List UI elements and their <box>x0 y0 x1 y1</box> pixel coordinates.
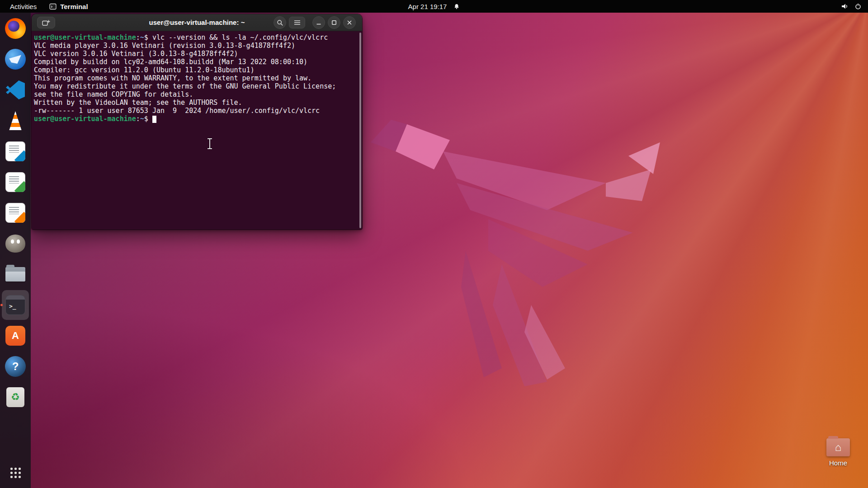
dock-item-trash[interactable]: ♻ <box>2 382 29 412</box>
dock-item-terminal[interactable]: >_ <box>2 290 29 320</box>
terminal-output-line: Compiler: gcc version 11.2.0 (Ubuntu 11.… <box>34 66 359 74</box>
top-bar-left: Activities Terminal <box>0 2 88 11</box>
top-bar: Activities Terminal Apr 21 19:17 <box>0 0 868 13</box>
activities-button[interactable]: Activities <box>7 2 39 11</box>
terminal-prompt-line: user@user-virtual-machine:~$ <box>34 115 359 123</box>
clock-label: Apr 21 19:17 <box>408 3 447 10</box>
terminal-titlebar[interactable]: user@user-virtual-machine: ~ <box>32 14 362 31</box>
ubuntu-software-icon: A <box>5 326 25 346</box>
help-icon: ? <box>5 356 26 377</box>
show-applications-icon <box>9 467 22 479</box>
prompt-cwd: ~ <box>140 115 144 123</box>
speaker-icon <box>841 3 849 10</box>
libreoffice-impress-icon <box>5 203 25 223</box>
search-button[interactable] <box>274 16 286 29</box>
dock-item-ubuntu-software[interactable]: A <box>2 321 29 351</box>
focused-app-menu[interactable]: Terminal <box>49 3 88 10</box>
prompt-user-host: user@user-virtual-machine <box>34 115 136 123</box>
desktop-icon-home[interactable]: ⌂ Home <box>821 438 855 467</box>
text-cursor-block <box>152 116 156 123</box>
bell-icon <box>453 3 460 10</box>
power-icon <box>854 3 862 10</box>
close-button[interactable] <box>343 16 356 29</box>
files-icon <box>5 267 25 282</box>
dock-item-libreoffice-calc[interactable] <box>2 167 29 197</box>
menu-button[interactable] <box>289 17 305 28</box>
dock: >_ A ? ♻ <box>0 13 31 488</box>
clock-menu-button[interactable]: Apr 21 19:17 <box>408 3 460 10</box>
prompt-user-host: user@user-virtual-machine <box>34 33 136 42</box>
focused-app-name: Terminal <box>60 3 88 10</box>
terminal-output-line: This program comes with NO WARRANTY, to … <box>34 74 359 82</box>
prompt-symbol: $ <box>144 33 148 42</box>
thunderbird-icon <box>5 49 26 70</box>
minimize-button[interactable] <box>312 16 325 29</box>
gimp-icon <box>5 235 25 253</box>
dock-item-vlc[interactable] <box>2 106 29 136</box>
maximize-icon <box>331 20 337 25</box>
typed-command: vlc --version && ls -la ~/.config/vlc/vl… <box>148 33 328 42</box>
vlc-icon <box>6 111 24 130</box>
dock-item-files[interactable] <box>2 259 29 289</box>
minimize-icon <box>316 20 321 25</box>
prompt-cwd: ~ <box>140 33 144 42</box>
dock-item-help[interactable]: ? <box>2 352 29 381</box>
home-icon-label: Home <box>821 459 855 467</box>
terminal-output-line: -rw------- 1 user user 87653 Jan 9 2024 … <box>34 107 359 115</box>
terminal-window: user@user-virtual-machine: ~ user@user-v… <box>32 14 362 230</box>
firefox-icon <box>5 18 26 39</box>
wallpaper-jellyfish <box>353 115 678 404</box>
search-icon <box>277 19 283 26</box>
new-tab-button[interactable] <box>37 17 55 28</box>
terminal-output-line: Compiled by buildd on lcy02-amd64-108.bu… <box>34 58 359 66</box>
terminal-output-line: VLC media player 3.0.16 Vetinari (revisi… <box>34 42 359 50</box>
terminal-app-icon <box>49 3 57 10</box>
show-applications-button[interactable] <box>0 462 31 483</box>
dock-item-firefox[interactable] <box>2 14 29 43</box>
dock-item-thunderbird[interactable] <box>2 44 29 74</box>
dock-item-libreoffice-impress[interactable] <box>2 198 29 228</box>
prompt-symbol: $ <box>144 115 148 123</box>
libreoffice-calc-icon <box>5 172 25 192</box>
prompt-separator: : <box>136 33 140 42</box>
maximize-button[interactable] <box>328 16 340 29</box>
libreoffice-writer-icon <box>5 141 25 161</box>
terminal-window-title: user@user-virtual-machine: ~ <box>149 19 245 26</box>
terminal-prompt-glyph: >_ <box>9 303 16 310</box>
vscode-icon <box>6 80 25 99</box>
terminal-body[interactable]: user@user-virtual-machine:~$vlc --versio… <box>32 31 362 230</box>
terminal-output-line: Written by the VideoLAN team; see the AU… <box>34 99 359 107</box>
dock-item-vscode[interactable] <box>2 75 29 105</box>
house-icon: ⌂ <box>826 438 850 456</box>
dock-item-libreoffice-writer[interactable] <box>2 136 29 166</box>
terminal-output-line: You may redistribute it under the terms … <box>34 82 359 90</box>
close-icon <box>347 20 352 25</box>
terminal-scrollbar[interactable] <box>359 33 361 228</box>
terminal-command-line: user@user-virtual-machine:~$vlc --versio… <box>34 33 359 42</box>
menu-icon <box>294 20 301 25</box>
system-status-area[interactable] <box>841 0 868 13</box>
prompt-separator: : <box>136 115 140 123</box>
dock-item-gimp[interactable] <box>2 229 29 258</box>
terminal-output-line: see the file named COPYING for details. <box>34 90 359 99</box>
home-folder-icon: ⌂ <box>826 438 850 456</box>
terminal-icon: >_ <box>5 295 25 315</box>
trash-icon: ♻ <box>6 387 24 407</box>
terminal-output-line: VLC version 3.0.16 Vetinari (3.0.13-8-g4… <box>34 50 359 58</box>
